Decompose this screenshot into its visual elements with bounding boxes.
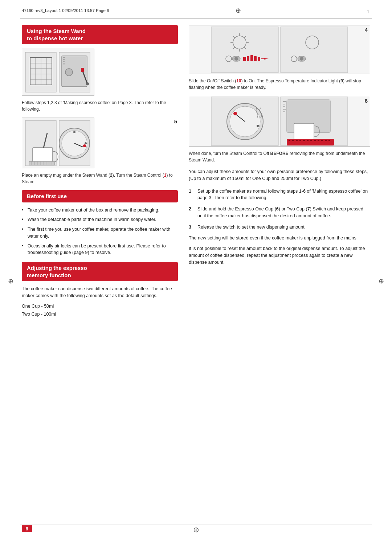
one-cup-amount: One Cup - 50ml	[22, 302, 178, 311]
svg-rect-22	[29, 161, 54, 165]
step4-container: 4	[189, 25, 370, 74]
bullet-item-1: Take your coffee maker out of the box an…	[22, 207, 178, 214]
svg-rect-59	[281, 27, 348, 73]
svg-rect-86	[314, 140, 316, 141]
step5-caption: Place an empty mug under the Steam Wand …	[22, 172, 178, 185]
before-bold: BEFORE	[270, 151, 289, 156]
svg-rect-83	[303, 140, 305, 141]
extra-para-1: The new setting will be stored even if t…	[189, 235, 370, 242]
svg-rect-52	[243, 57, 246, 61]
step5-container: 5	[22, 118, 178, 168]
svg-point-35	[73, 131, 75, 133]
svg-rect-85	[310, 140, 312, 141]
margin-mark-left: ⊕	[8, 277, 13, 285]
right-column: 4 Slide the On/Off Switch (10) to On. Th…	[189, 25, 370, 321]
page-number: 6	[22, 525, 32, 532]
step-num-1: 1	[189, 188, 195, 202]
step-number-5: 5	[174, 118, 177, 124]
svg-point-37	[83, 144, 86, 147]
step-number-4: 4	[365, 27, 368, 33]
svg-point-14	[65, 69, 73, 76]
svg-rect-56	[258, 57, 260, 61]
main-content: Using the Steam Wand to dispense hot wat…	[22, 19, 370, 321]
svg-rect-82	[299, 140, 301, 141]
step5-images	[22, 118, 178, 168]
step6-container: 6	[189, 96, 370, 147]
svg-rect-84	[307, 140, 309, 141]
bullet-item-2: Wash the detachable parts of the machine…	[22, 216, 178, 223]
svg-rect-81	[296, 140, 298, 141]
left-column: Using the Steam Wand to dispense hot wat…	[22, 25, 178, 321]
svg-point-69	[257, 125, 259, 127]
ref-9: 9	[340, 78, 343, 83]
svg-rect-77	[294, 123, 314, 141]
step6-caption: When done, turn the Steam Control to Off…	[189, 150, 370, 163]
adjusting-steps-list: 1 Set up the coffee maker as normal foll…	[189, 188, 370, 231]
svg-point-67	[233, 112, 237, 115]
default-amounts: One Cup - 50ml Two Cup - 100ml	[22, 302, 178, 319]
crosshair-top: ⊕	[236, 7, 241, 15]
svg-rect-54	[250, 55, 253, 61]
step6-img: 6	[189, 96, 370, 147]
svg-point-36	[85, 142, 87, 144]
step-num-3: 3	[189, 224, 195, 231]
step4-caption: Slide the On/Off Switch (10) to On. The …	[189, 78, 370, 91]
adjusting-section: Adjusting the espresso memory function T…	[22, 262, 178, 319]
steam-wand-images-top	[22, 49, 178, 96]
svg-rect-80	[292, 140, 294, 141]
before-first-use-list: Take your coffee maker out of the box an…	[22, 207, 178, 257]
bullet-item-3: The first time you use your coffee maker…	[22, 226, 178, 240]
adjusting-heading: Adjusting the espresso memory function	[22, 262, 178, 281]
steam-wand-img-1	[22, 49, 94, 96]
before-first-use-heading: Before first use	[22, 190, 178, 202]
svg-rect-87	[318, 140, 319, 141]
svg-rect-88	[321, 140, 323, 141]
adjusting-body: The coffee maker can dispense two differ…	[22, 286, 178, 299]
step-number-6: 6	[365, 98, 368, 104]
margin-mark-right: ⊕	[379, 277, 384, 285]
adjusting-step-3: 3 Release the switch to set the new disp…	[189, 224, 370, 231]
steam-wand-caption-top: Follow steps 1,2,3 of 'Making espresso c…	[22, 99, 178, 112]
steam-wand-heading: Using the Steam Wand to dispense hot wat…	[22, 25, 178, 44]
step4-images: 4	[189, 25, 370, 74]
right-intro-text: You can adjust these amounts for your ow…	[189, 168, 370, 182]
ref-2: 2	[110, 173, 113, 178]
svg-point-13	[86, 82, 89, 85]
corner-mark-right: ┐	[367, 8, 370, 13]
svg-rect-55	[254, 56, 257, 61]
step6-images: 6	[189, 96, 370, 147]
adjusting-right-content: You can adjust these amounts for your ow…	[189, 168, 370, 266]
bullet-item-4: Occasionally air locks can be present be…	[22, 243, 178, 257]
svg-rect-39	[211, 27, 278, 73]
two-cup-amount: Two Cup - 100ml	[22, 310, 178, 319]
adjusting-step-1: 1 Set up the coffee maker as normal foll…	[189, 188, 370, 202]
step5-img	[22, 118, 94, 168]
svg-rect-90	[328, 140, 330, 141]
svg-rect-78	[287, 139, 334, 145]
svg-rect-79	[289, 140, 290, 141]
file-info-text: 47160 rev3_Layout 1 02/09/2011 13:57 Pag…	[22, 8, 109, 13]
adjusting-step-2: 2 Slide and hold the Espresso One Cup (6…	[189, 206, 370, 219]
crosshair-bottom: ⊕	[193, 525, 199, 534]
svg-point-63	[300, 57, 303, 61]
extra-para-2: It is not possible to reset the amount b…	[189, 245, 370, 266]
svg-point-51	[234, 57, 238, 61]
svg-rect-89	[325, 140, 327, 141]
svg-rect-53	[247, 56, 249, 61]
step4-img: 4	[189, 25, 370, 74]
ref-10: 10	[236, 78, 241, 83]
step-num-2: 2	[189, 206, 195, 219]
page-wrapper: 47160 rev3_Layout 1 02/09/2011 13:57 Pag…	[0, 0, 392, 554]
svg-rect-12	[81, 68, 84, 72]
file-info-bar: 47160 rev3_Layout 1 02/09/2011 13:57 Pag…	[0, 0, 392, 18]
border-bottom-line	[20, 525, 372, 525]
ref-1: 1	[164, 173, 167, 178]
